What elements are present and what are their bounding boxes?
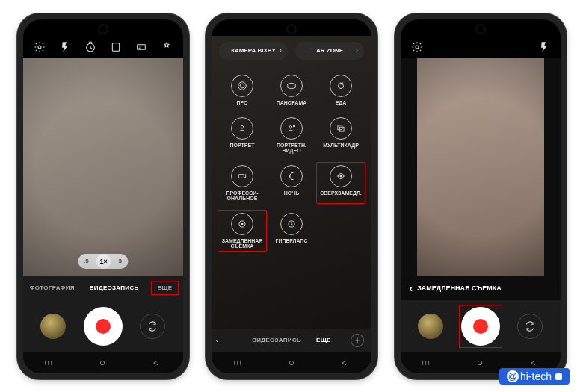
watermark-square-icon	[555, 373, 562, 380]
svg-point-12	[289, 125, 292, 128]
mode-pro[interactable]: ПРО	[218, 72, 267, 108]
svg-point-7	[101, 361, 105, 364]
resolution-icon[interactable]	[135, 41, 147, 53]
top-shortcuts: КАМЕРА BIXBY › AR ZONE ›	[212, 36, 371, 66]
watermark-text: hi-tech	[520, 370, 552, 382]
settings-icon[interactable]	[34, 41, 46, 53]
nav-bar	[212, 352, 371, 373]
zoom-control[interactable]: .5 1× 3	[78, 254, 128, 269]
highlight-box	[459, 305, 502, 348]
nav-recent-icon[interactable]	[421, 358, 433, 367]
food-icon	[330, 75, 352, 97]
add-mode-button[interactable]: +	[351, 334, 364, 347]
pro-icon	[231, 75, 253, 97]
mode-food[interactable]: ЕДА	[316, 72, 365, 108]
bixby-label: КАМЕРА BIXBY	[231, 47, 276, 54]
highlight-box	[316, 162, 365, 204]
timer-icon[interactable]	[84, 41, 96, 53]
screen: .5 1× 3 ФОТОГРАФИЯ ВИДЕОЗАПИСЬ ЕЩЕ	[23, 19, 183, 373]
arzone-pill[interactable]: AR ZONE ›	[295, 42, 364, 60]
svg-rect-15	[339, 127, 344, 131]
settings-icon[interactable]	[411, 41, 423, 53]
svg-point-30	[478, 361, 482, 364]
mode-selector[interactable]: ‹ ВИДЕОЗАПИСЬ ЕЩЕ +	[212, 329, 371, 352]
switch-camera-button[interactable]	[517, 314, 543, 339]
screen: ‹ ЗАМЕДЛЕННАЯ СЪЕМКА	[401, 19, 561, 373]
bixby-pill[interactable]: КАМЕРА BIXBY ›	[219, 42, 288, 60]
nav-recent-icon[interactable]	[43, 358, 55, 367]
mode-hyperlapse[interactable]: ГИПЕРЛАПС	[267, 210, 316, 246]
mode-video[interactable]: ВИДЕОЗАПИСЬ	[249, 334, 304, 346]
chevron-right-icon: ›	[356, 47, 358, 54]
night-icon	[280, 165, 303, 187]
zoom-level-1[interactable]: 1×	[96, 254, 111, 269]
nav-home-icon[interactable]	[286, 358, 297, 367]
hyperlapse-icon	[280, 213, 303, 235]
mode-professional[interactable]: ПРОФЕССИ- ОНАЛЬНОЕ	[218, 162, 267, 204]
zoom-level-0[interactable]: .5	[84, 258, 89, 264]
back-chevron-icon[interactable]: ‹	[410, 282, 413, 294]
nav-home-icon[interactable]	[474, 358, 486, 367]
svg-rect-2	[112, 43, 119, 51]
svg-rect-3	[137, 44, 145, 49]
flash-icon[interactable]	[59, 41, 71, 53]
mode-night[interactable]: НОЧЬ	[267, 162, 316, 199]
svg-point-13	[293, 125, 294, 126]
nav-bar	[23, 352, 183, 373]
svg-point-25	[289, 361, 293, 364]
record-dot-icon	[96, 319, 111, 334]
svg-rect-14	[338, 125, 342, 129]
svg-point-26	[416, 46, 419, 49]
pillarbox-left	[401, 58, 417, 276]
current-mode-bar[interactable]: ‹ ЗАМЕДЛЕННАЯ СЪЕМКА	[401, 276, 561, 300]
mode-more[interactable]: ЕЩЕ	[151, 281, 179, 295]
ratio-icon[interactable]	[110, 41, 122, 53]
mode-selector[interactable]: ФОТОГРАФИЯ ВИДЕОЗАПИСЬ ЕЩЕ	[23, 276, 183, 300]
phone-2: КАМЕРА BIXBY › AR ZONE › ПРО ПАНОРАМА ЕД…	[206, 13, 377, 379]
modes-grid: ПРО ПАНОРАМА ЕДА ПОРТРЕТ ПОРТРЕТН. ВИДЕО…	[212, 66, 371, 256]
nav-back-icon[interactable]	[339, 358, 351, 367]
chevron-right-icon: ›	[280, 47, 282, 54]
gallery-thumbnail[interactable]	[418, 314, 443, 339]
shutter-row	[23, 300, 183, 352]
mode-portrait[interactable]: ПОРТРЕТ	[218, 114, 267, 151]
nav-back-icon[interactable]	[150, 358, 162, 367]
professional-icon	[231, 165, 253, 187]
switch-camera-button[interactable]	[140, 314, 165, 339]
portrait-video-icon	[280, 117, 303, 140]
watermark: @ hi-tech	[499, 368, 570, 385]
watermark-at-icon: @	[507, 370, 519, 382]
mode-panorama[interactable]: ПАНОРАМА	[267, 72, 316, 108]
front-camera-notch	[288, 25, 295, 33]
filters-icon[interactable]	[161, 41, 173, 53]
front-camera-notch	[477, 25, 484, 33]
more-modes-panel: КАМЕРА BIXBY › AR ZONE › ПРО ПАНОРАМА ЕД…	[212, 36, 371, 329]
mode-more[interactable]: ЕЩЕ	[313, 334, 334, 346]
flash-icon[interactable]	[538, 41, 550, 53]
highlight-box	[218, 210, 267, 252]
mode-photo[interactable]: ФОТОГРАФИЯ	[27, 281, 78, 294]
svg-rect-16	[238, 174, 244, 178]
mode-multiframe[interactable]: МУЛЬТИКАДР	[316, 114, 365, 151]
shutter-button[interactable]	[84, 307, 123, 346]
panorama-icon	[280, 75, 303, 97]
camera-top-toolbar	[401, 36, 561, 58]
back-button[interactable]: ‹	[216, 337, 218, 343]
phone-3: ‹ ЗАМЕДЛЕННАЯ СЪЕМКА	[395, 13, 567, 379]
svg-point-8	[240, 84, 244, 88]
front-camera-notch	[99, 25, 107, 33]
portrait-icon	[231, 117, 253, 140]
viewfinder[interactable]	[401, 58, 561, 276]
nav-home-icon[interactable]	[96, 358, 108, 367]
nav-back-icon[interactable]	[528, 358, 540, 367]
mode-video[interactable]: ВИДЕОЗАПИСЬ	[87, 281, 142, 294]
camera-top-toolbar	[23, 36, 183, 58]
current-mode-label: ЗАМЕДЛЕННАЯ СЪЕМКА	[417, 284, 502, 292]
phone-1: .5 1× 3 ФОТОГРАФИЯ ВИДЕОЗАПИСЬ ЕЩЕ	[17, 13, 189, 379]
viewfinder[interactable]: .5 1× 3	[23, 58, 183, 276]
zoom-level-2[interactable]: 3	[119, 258, 122, 264]
nav-recent-icon[interactable]	[232, 358, 244, 367]
svg-point-0	[38, 46, 41, 49]
mode-portrait-video[interactable]: ПОРТРЕТН. ВИДЕО	[267, 114, 316, 156]
gallery-thumbnail[interactable]	[40, 314, 66, 339]
